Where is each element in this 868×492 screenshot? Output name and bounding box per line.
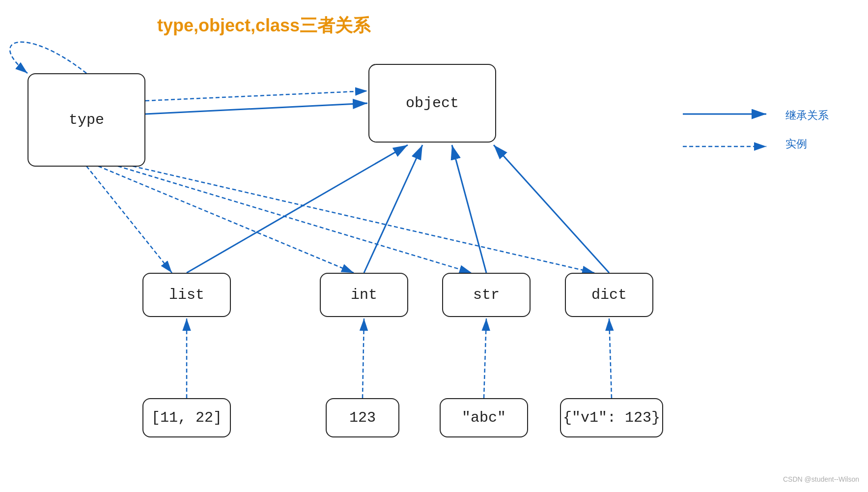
- svg-line-8: [452, 145, 486, 273]
- svg-line-11: [98, 166, 354, 273]
- svg-line-15: [363, 318, 364, 398]
- watermark: CSDN @student--Wilson: [783, 475, 859, 483]
- svg-line-7: [364, 145, 422, 273]
- node-list: list: [142, 273, 231, 317]
- legend-inherit-label: 继承关系: [785, 108, 829, 123]
- svg-line-5: [145, 91, 367, 101]
- node-int: int: [320, 273, 408, 317]
- node-str-value: "abc": [440, 398, 528, 437]
- svg-line-6: [187, 145, 408, 273]
- node-dict: dict: [565, 273, 653, 317]
- node-list-value: [11, 22]: [142, 398, 231, 437]
- legend-inherit: 继承关系: [695, 108, 829, 123]
- svg-line-10: [86, 166, 172, 273]
- svg-line-17: [609, 318, 612, 398]
- legend-instance: 实例: [695, 137, 829, 151]
- diagram-title: type,object,class三者关系: [157, 14, 370, 38]
- svg-line-9: [494, 145, 609, 273]
- legend-instance-label: 实例: [785, 137, 807, 151]
- svg-line-13: [133, 166, 594, 273]
- node-dict-value: {"v1": 123}: [560, 398, 663, 437]
- svg-line-12: [118, 166, 472, 273]
- node-object: object: [368, 64, 496, 143]
- diagram-container: type,object,class三者关系: [0, 0, 868, 492]
- svg-line-4: [145, 103, 367, 114]
- legend: 继承关系 实例: [695, 108, 829, 165]
- svg-line-16: [484, 318, 486, 398]
- node-type: type: [28, 73, 145, 167]
- node-str: str: [442, 273, 531, 317]
- node-int-value: 123: [326, 398, 399, 437]
